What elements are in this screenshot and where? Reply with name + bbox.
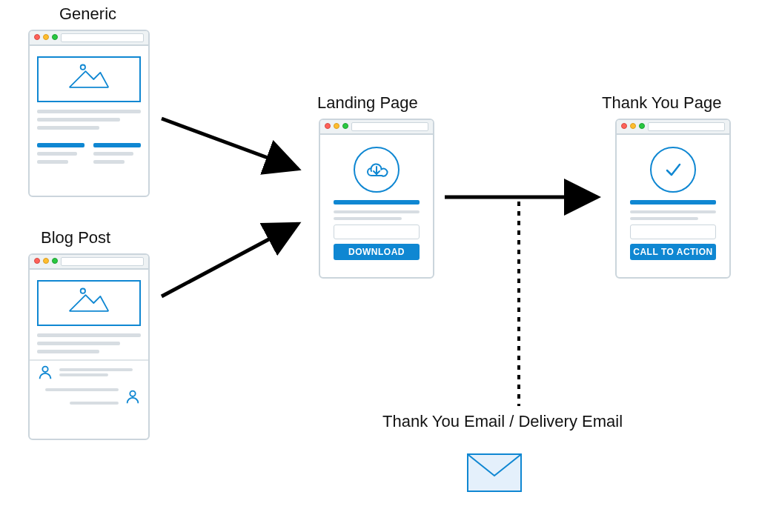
window-chrome — [30, 255, 148, 270]
window-chrome — [617, 120, 729, 135]
arrow-generic-to-landing — [162, 119, 298, 169]
text-line — [334, 210, 420, 213]
text-line — [37, 350, 99, 353]
window-chrome — [320, 120, 433, 135]
wireframe-thank-you-page: CALL TO ACTION — [615, 119, 731, 279]
download-button: DOWNLOAD — [334, 244, 420, 260]
checkmark-icon — [650, 147, 696, 193]
hero-image-placeholder — [37, 280, 141, 326]
text-line — [630, 217, 698, 220]
traffic-lights — [34, 258, 58, 264]
label-email: Thank You Email / Delivery Email — [382, 412, 623, 431]
address-bar — [61, 33, 144, 42]
text-line — [93, 152, 133, 156]
close-dot — [34, 34, 40, 40]
maximize-dot — [52, 34, 58, 40]
svg-point-5 — [130, 391, 135, 396]
page-body: DOWNLOAD — [320, 135, 433, 270]
text-line — [59, 373, 108, 376]
label-generic: Generic — [59, 4, 116, 24]
wireframe-landing-page: DOWNLOAD — [319, 119, 434, 279]
heading-line — [630, 200, 716, 205]
link-line — [93, 143, 141, 147]
text-line — [45, 388, 119, 391]
traffic-lights — [34, 34, 58, 40]
author-row — [37, 364, 141, 380]
address-bar — [648, 122, 725, 131]
label-landing-page: Landing Page — [317, 93, 418, 113]
input-field — [334, 225, 420, 239]
text-line — [37, 118, 120, 122]
email-envelope-icon — [467, 453, 522, 492]
text-line — [37, 126, 99, 130]
text-line — [37, 152, 77, 156]
heading-line — [334, 200, 420, 205]
input-field — [630, 225, 716, 239]
text-line — [37, 342, 120, 345]
arrow-blog-to-landing — [162, 224, 298, 296]
text-line — [334, 217, 402, 220]
maximize-dot — [52, 258, 58, 264]
text-line — [70, 402, 119, 405]
divider — [30, 359, 148, 361]
text-line — [37, 160, 68, 164]
page-body — [30, 270, 148, 417]
text-line — [630, 210, 716, 213]
minimize-dot — [334, 123, 339, 129]
label-blog-post: Blog Post — [41, 228, 110, 247]
minimize-dot — [630, 123, 636, 129]
close-dot — [325, 123, 331, 129]
text-line — [93, 160, 125, 164]
user-icon — [125, 388, 141, 405]
label-thank-you-page: Thank You Page — [602, 93, 721, 113]
wireframe-blog-post — [28, 253, 150, 440]
text-line — [59, 368, 133, 371]
page-body — [30, 46, 148, 176]
traffic-lights — [621, 123, 645, 129]
close-dot — [34, 258, 40, 264]
link-line — [37, 143, 84, 147]
column-right — [93, 139, 141, 168]
svg-point-4 — [42, 367, 47, 372]
download-cloud-icon — [354, 147, 400, 193]
text-line — [37, 110, 141, 113]
address-bar — [61, 257, 144, 266]
maximize-dot — [639, 123, 645, 129]
svg-point-2 — [81, 289, 85, 293]
column-left — [37, 139, 84, 168]
traffic-lights — [325, 123, 348, 129]
maximize-dot — [342, 123, 348, 129]
author-row — [37, 383, 141, 410]
minimize-dot — [43, 34, 49, 40]
svg-point-0 — [81, 65, 85, 70]
hero-image-placeholder — [37, 56, 141, 102]
text-line — [37, 333, 141, 337]
address-bar — [351, 122, 428, 131]
user-icon — [37, 364, 53, 380]
close-dot — [621, 123, 627, 129]
cta-button: CALL TO ACTION — [630, 244, 716, 260]
page-body: CALL TO ACTION — [617, 135, 729, 270]
window-chrome — [30, 31, 148, 46]
minimize-dot — [43, 258, 49, 264]
wireframe-generic-page — [28, 30, 150, 197]
